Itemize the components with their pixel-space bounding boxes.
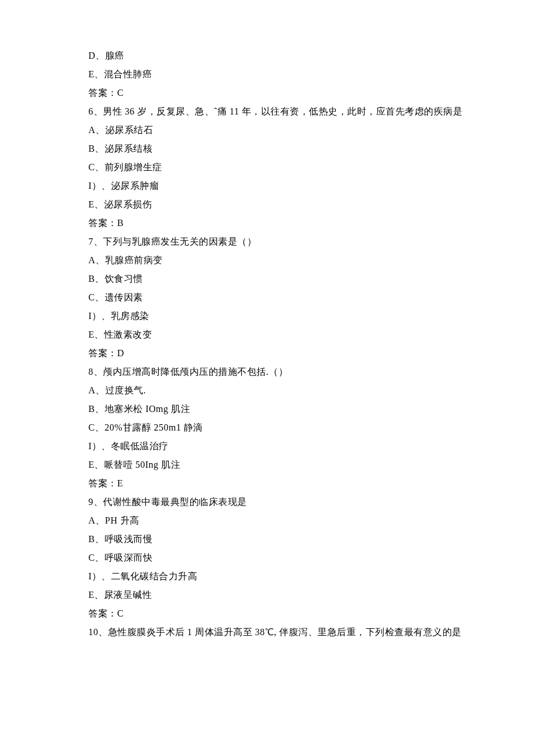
text-line: E、哌替噎 50Ing 肌注	[70, 456, 465, 474]
text-line: E、尿液呈碱性	[70, 586, 465, 604]
text-line: 8、颅内压增高时降低颅内压的措施不包括.（）	[70, 363, 465, 381]
text-line: I）、乳房感染	[70, 307, 465, 325]
document-page: D、腺癌E、混合性肺癌答案：C6、男性 36 岁，反复尿、急、ˆ痛 11 年，以…	[0, 0, 535, 756]
text-line: C、遗传因素	[70, 288, 465, 307]
text-line: I）、冬眠低温治疗	[70, 437, 465, 456]
text-line: 7、下列与乳腺癌发生无关的因素是（）	[70, 232, 465, 251]
text-line: 答案：D	[70, 344, 465, 363]
text-line: I）、泌尿系肿瘤	[70, 177, 465, 195]
text-line: E、性激素改变	[70, 325, 465, 344]
text-line: B、呼吸浅而慢	[70, 530, 465, 549]
text-line: B、饮食习惯	[70, 270, 465, 288]
text-line: 9、代谢性酸中毒最典型的临床表现是	[70, 493, 465, 511]
document-content: D、腺癌E、混合性肺癌答案：C6、男性 36 岁，反复尿、急、ˆ痛 11 年，以…	[70, 46, 465, 642]
text-line: E、混合性肺癌	[70, 65, 465, 84]
text-line: D、腺癌	[70, 46, 465, 65]
text-line: A、PH 升高	[70, 511, 465, 530]
text-line: E、泌尿系损伤	[70, 195, 465, 214]
text-line: A、乳腺癌前病变	[70, 251, 465, 270]
text-line: 10、急性腹膜炎手术后 1 周体温升高至 38℃, 伴腹泻、里急后重，下列检查最…	[70, 623, 465, 642]
text-line: I）、二氧化碳结合力升高	[70, 567, 465, 586]
text-line: B、地塞米松 IOmg 肌注	[70, 400, 465, 418]
text-line: C、20%甘露醇 250m1 静滴	[70, 418, 465, 437]
text-line: 答案：E	[70, 474, 465, 493]
text-line: A、泌尿系结石	[70, 121, 465, 139]
text-line: B、泌尿系结核	[70, 139, 465, 158]
text-line: 6、男性 36 岁，反复尿、急、ˆ痛 11 年，以往有资，低热史，此时，应首先考…	[70, 102, 465, 121]
text-line: C、呼吸深而快	[70, 549, 465, 567]
text-line: C、前列腺增生症	[70, 158, 465, 177]
text-line: 答案：B	[70, 214, 465, 232]
text-line: 答案：C	[70, 84, 465, 102]
text-line: A、过度换气.	[70, 381, 465, 400]
text-line: 答案：C	[70, 604, 465, 623]
